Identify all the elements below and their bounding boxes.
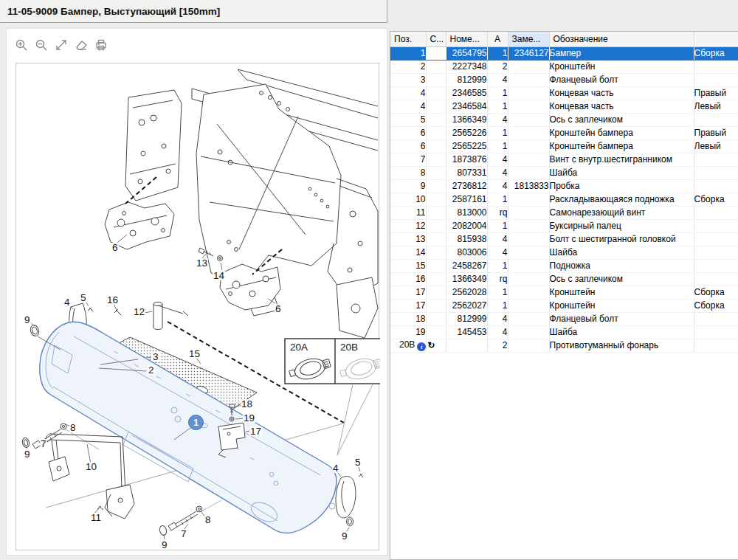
table-row-pos-17[interactable]: 1725620271КронштейнСборка [390,299,738,312]
column-header-c[interactable]: С... [426,32,446,46]
cell-num: 813000 [446,206,487,219]
table-row-pos-16[interactable]: 161366349rqОсь с заплечиком [390,272,738,286]
table-row-pos-6[interactable]: 625652251Кронштейн бампераЛевый [390,139,738,153]
column-header-a[interactable]: А [487,32,508,46]
cell-name: Кронштейн [549,60,694,73]
callout-9[interactable]: 9 [341,531,348,541]
table-row-pos-1[interactable]: 1265479512346127БамперСборка [390,46,738,60]
callout-14[interactable]: 14 [213,271,225,280]
cell-num: 2654795 [446,46,487,60]
cell-pos: 17 [390,299,426,312]
cell-pos: 13 [390,232,426,246]
callout-12[interactable]: 12 [133,307,145,317]
callout-3[interactable]: 3 [152,352,159,362]
cell-c [426,219,446,232]
callout-15[interactable]: 15 [188,349,201,359]
table-row-pos-8[interactable]: 88073314Шайба [390,166,738,179]
cell-num: 2082004 [446,219,487,232]
callout-5[interactable]: 5 [80,293,87,303]
callout-2[interactable]: 2 [148,365,155,375]
cell-num: 2227348 [446,60,487,73]
zoom-in-icon[interactable] [14,38,29,52]
cell-note: Сборка [694,193,738,206]
table-row-pos-15[interactable]: 1524582671Подножка [390,259,738,272]
cell-name: Винт с внутр.шестигранником [549,153,694,166]
callout-7[interactable]: 7 [40,439,47,449]
table-row-pos-3[interactable]: 38129994Фланцевый болт [390,73,738,86]
cell-c [426,286,446,299]
substitution-icon[interactable]: ↻ [427,341,435,350]
callout-16[interactable]: 16 [106,295,119,305]
table-row-pos-5[interactable]: 513663494Ось с заплечиком [390,113,738,126]
callout-6[interactable]: 6 [275,304,282,314]
callout-9[interactable]: 9 [24,315,31,325]
table-row-pos-4[interactable]: 423465851Концевая частьПравый [390,86,738,100]
callout-8[interactable]: 8 [69,423,77,432]
cell-c [426,299,446,312]
callout-7[interactable]: 7 [180,529,187,539]
table-row-pos-6[interactable]: 625652261Кронштейн бампераПравый [390,126,738,139]
callout-8[interactable]: 8 [204,515,212,525]
cell-note [694,166,738,179]
cell-num [446,339,487,352]
table-row-pos-11[interactable]: 11813000rqСамонарезающий винт [390,206,738,219]
cell-zam [508,232,549,246]
table-row-pos-4[interactable]: 423465841Концевая частьЛевый [390,100,738,113]
callout-18[interactable]: 18 [241,399,253,409]
cell-note: Сборка [694,46,738,60]
column-header-num[interactable]: Номе... [446,32,487,46]
callout-13[interactable]: 13 [196,258,208,268]
selected-callout-badge-1[interactable]: 1 [188,415,204,430]
column-header-zam[interactable]: Заме... [508,32,549,46]
column-header-pos[interactable]: Поз. [390,32,426,46]
cell-note: Левый [694,100,738,113]
callout-4[interactable]: 4 [63,297,71,307]
fit-view-icon[interactable] [54,38,69,52]
print-icon[interactable] [94,38,108,52]
table-row-pos-14[interactable]: 148030064Шайба [390,246,738,259]
table-row-pos-7[interactable]: 718738764Винт с внутр.шестигранником [390,153,738,166]
cell-a: 2 [487,60,508,73]
table-row-pos-20B[interactable]: 20Bi↻2Противотуманный фонарь [390,339,738,352]
cell-pos: 9 [390,179,426,193]
table-row-pos-13[interactable]: 138159384Болт с шестигранной головкой [390,232,738,246]
callout-17[interactable]: 17 [249,426,262,436]
info-icon[interactable]: i [417,342,426,351]
cell-a: 4 [487,166,508,179]
diagram-panel: 613146451691232151181917879101187945920A… [6,28,387,556]
callout-11[interactable]: 11 [90,513,102,522]
callout-19[interactable]: 19 [243,413,255,423]
zoom-out-icon[interactable] [34,38,49,52]
column-header-name[interactable]: Обозначение [549,32,694,46]
callout-9[interactable]: 9 [161,540,168,550]
cell-zam [508,126,549,139]
diagram-canvas[interactable]: 613146451691232151181917879101187945920A… [15,63,379,550]
table-row-pos-2[interactable]: 222273482Кронштейн [390,60,738,73]
table-row-pos-18[interactable]: 188129994Фланцевый болт [390,312,738,325]
callout-6[interactable]: 6 [111,243,119,252]
cell-a: 1 [487,299,508,312]
cell-c [426,73,446,86]
cell-name: Пробка [549,179,694,193]
callout-4[interactable]: 4 [332,463,339,473]
cell-c [426,60,446,73]
table-row-pos-12[interactable]: 1220820041Буксирный палец [390,219,738,232]
cell-c [426,272,446,286]
cell-c [426,46,446,60]
cell-zam [508,60,549,73]
table-row-pos-19[interactable]: 191454534Шайба [390,325,738,339]
callout-9[interactable]: 9 [24,449,31,459]
table-row-pos-17[interactable]: 1725620281КронштейнСборка [390,286,738,299]
table-row-pos-10[interactable]: 1025871611Раскладывающаяся подножкаСборк… [390,193,738,206]
callout-5[interactable]: 5 [354,457,362,467]
table-row-pos-9[interactable]: 9273681241813833Пробка [390,179,738,193]
eraser-icon[interactable] [74,38,89,52]
screw-16 [114,309,121,315]
cell-pos: 2 [390,60,426,73]
cell-a: 4 [487,232,508,246]
cell-c [426,325,446,339]
cell-note: Правый [694,126,738,139]
cell-c [426,193,446,206]
callout-10[interactable]: 10 [85,462,97,471]
column-header-note[interactable] [694,32,738,46]
